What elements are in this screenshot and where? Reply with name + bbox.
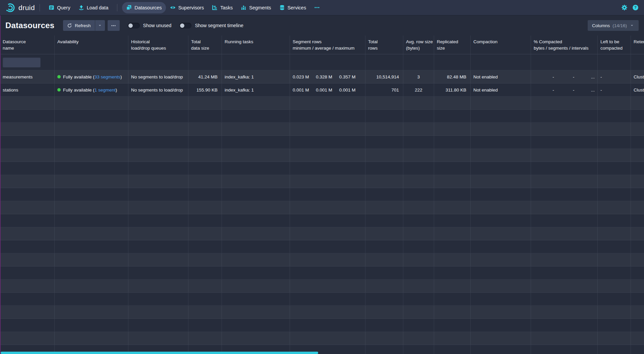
empty-cell <box>55 253 128 266</box>
column-header-segment-rows-minimum-average-maximum[interactable]: Segment rowsminimum / average / maximum <box>290 36 365 54</box>
cell-retention: Cluster default <box>631 70 644 83</box>
cell-total_rows: 10,514,914 <box>365 70 403 83</box>
datasource-filter-input[interactable] <box>3 57 41 67</box>
empty-cell <box>598 136 631 149</box>
load-data-icon <box>78 5 84 10</box>
empty-cell <box>471 188 531 201</box>
column-header-compaction[interactable]: Compaction <box>471 36 531 54</box>
columns-button[interactable]: Columns (14/16) <box>588 20 639 31</box>
empty-cell <box>434 240 471 253</box>
druid-logo-icon <box>5 3 15 13</box>
nav-item-load-data[interactable]: Load data <box>74 2 113 13</box>
empty-cell <box>128 227 188 240</box>
column-header-replicated-size[interactable]: Replicatedsize <box>434 36 471 54</box>
empty-cell <box>434 280 471 292</box>
empty-cell <box>631 267 644 279</box>
cell-segment_rows-value: 0.328 M <box>316 74 339 79</box>
datasources-icon <box>126 5 132 10</box>
empty-cell <box>631 227 644 240</box>
nav-item-segments[interactable]: Segments <box>237 2 275 13</box>
column-header-line1: Compaction <box>473 39 528 45</box>
empty-cell <box>290 149 365 162</box>
empty-cell <box>222 175 290 188</box>
empty-cell <box>0 280 55 292</box>
cell-segment_rows: 0.023 M0.328 M0.357 M <box>290 70 365 83</box>
empty-cell <box>290 214 365 227</box>
toggle-show-segment-timeline[interactable]: Show segment timeline <box>179 23 243 28</box>
empty-table-row <box>0 123 644 136</box>
empty-cell <box>188 175 222 188</box>
empty-cell <box>403 319 434 332</box>
refresh-interval-dropdown-button[interactable] <box>95 20 105 31</box>
empty-cell <box>403 345 434 354</box>
empty-cell <box>471 280 531 292</box>
datasource-row-measurements[interactable]: measurementsFully available (33 segments… <box>0 70 644 83</box>
empty-cell <box>0 240 55 253</box>
empty-cell <box>290 319 365 332</box>
empty-cell <box>55 306 128 318</box>
column-header-avg-row-size-bytes[interactable]: Avg. row size(bytes) <box>403 36 434 54</box>
column-header-total-rows[interactable]: Totalrows <box>365 36 403 54</box>
empty-table-row <box>0 175 644 188</box>
toggle-knob <box>180 23 184 28</box>
toggle-switch <box>128 23 140 28</box>
more-actions-button[interactable] <box>108 20 120 31</box>
column-header-compacted-bytes-segments-intervals[interactable]: % Compactedbytes / segments / intervals <box>531 36 598 54</box>
column-header-retention[interactable]: Retention <box>631 36 644 54</box>
cell-queues: No segments to load/drop <box>128 83 188 96</box>
empty-cell <box>471 227 531 240</box>
empty-table-row <box>0 267 644 280</box>
nav-item-datasources[interactable]: Datasources <box>122 2 166 13</box>
refresh-button[interactable]: Refresh <box>63 20 95 31</box>
empty-cell <box>55 214 128 227</box>
empty-cell <box>55 293 128 305</box>
empty-cell <box>598 280 631 292</box>
column-header-left-to-be-compacted[interactable]: Left to becompacted <box>598 36 631 54</box>
empty-cell <box>471 253 531 266</box>
empty-cell <box>188 201 222 214</box>
column-header-datasource-name[interactable]: Datasourcename <box>0 36 55 54</box>
cell-pct_compacted-value: - <box>534 87 554 93</box>
empty-cell <box>0 162 55 175</box>
segments-link[interactable]: 1 segment <box>95 87 116 93</box>
nav-item-tasks[interactable]: Tasks <box>208 2 237 13</box>
refresh-icon <box>67 23 72 28</box>
empty-cell <box>365 188 403 201</box>
settings-icon[interactable] <box>621 4 628 11</box>
empty-cell <box>188 123 222 135</box>
column-header-availability[interactable]: Availability <box>55 36 128 54</box>
empty-cell <box>631 175 644 188</box>
column-header-running-tasks[interactable]: Running tasks <box>222 36 290 54</box>
column-header-historical-load-drop-queues[interactable]: Historicalload/drop queues <box>128 36 188 54</box>
empty-table-row <box>0 110 644 123</box>
datasource-row-stations[interactable]: stationsFully available (1 segment)No se… <box>0 83 644 97</box>
empty-cell <box>128 293 188 305</box>
nav-item-services[interactable]: Services <box>275 2 310 13</box>
empty-cell <box>290 188 365 201</box>
nav-item-label: Supervisors <box>178 5 204 10</box>
empty-cell <box>188 110 222 122</box>
brand-wordmark: druid <box>18 4 35 12</box>
empty-cell <box>222 162 290 175</box>
horizontal-scrollbar-thumb[interactable] <box>1 352 318 354</box>
column-header-total-data-size[interactable]: Totaldata size <box>188 36 222 54</box>
druid-logo[interactable]: druid <box>5 3 35 13</box>
empty-cell <box>434 293 471 305</box>
nav-item-supervisors[interactable]: Supervisors <box>166 2 208 13</box>
toggle-show-unused[interactable]: Show unused <box>128 23 172 28</box>
segments-link[interactable]: 33 segments <box>95 74 120 79</box>
empty-cell <box>290 227 365 240</box>
empty-cell <box>531 214 598 227</box>
availability-text: Fully available ( <box>63 74 95 79</box>
toggle-label: Show segment timeline <box>195 23 243 28</box>
empty-cell <box>403 280 434 292</box>
help-icon[interactable]: ? <box>632 4 639 11</box>
empty-cell <box>0 123 55 135</box>
table-filter-row <box>0 54 644 70</box>
nav-item-query[interactable]: Query <box>45 2 74 13</box>
empty-table-row <box>0 280 644 293</box>
nav-more-button[interactable] <box>310 2 324 13</box>
cell-retention: Cluster default <box>631 83 644 96</box>
empty-cell <box>434 267 471 279</box>
empty-cell <box>222 149 290 162</box>
